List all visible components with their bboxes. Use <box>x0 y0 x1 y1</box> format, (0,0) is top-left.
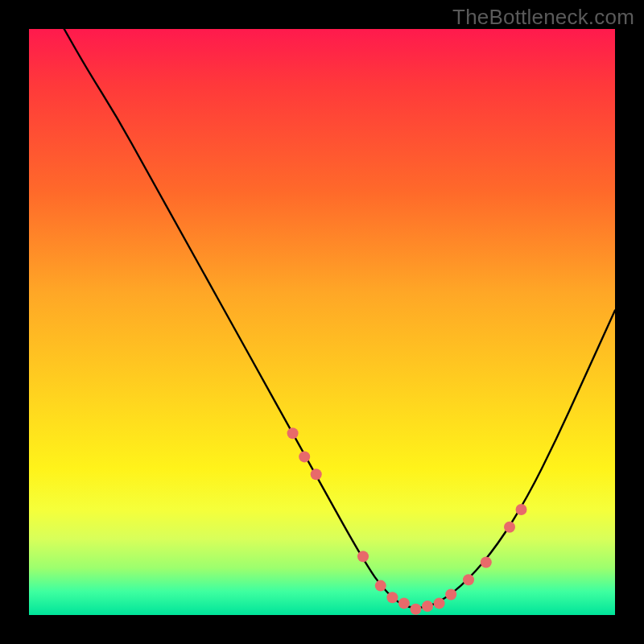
highlight-point <box>357 551 369 562</box>
chart-frame: TheBottleneck.com <box>0 0 644 644</box>
highlight-point <box>287 427 299 439</box>
highlight-point <box>411 604 422 615</box>
highlight-point <box>434 597 445 609</box>
highlight-point <box>481 557 492 568</box>
bottleneck-curve <box>64 29 615 608</box>
attribution-label: TheBottleneck.com <box>452 5 634 30</box>
curve-layer <box>29 29 615 615</box>
highlight-point <box>463 574 474 585</box>
highlight-point <box>398 597 410 609</box>
highlight-point <box>386 592 398 603</box>
marker-group <box>287 427 527 614</box>
plot-area <box>29 29 615 615</box>
highlight-point <box>375 580 386 592</box>
highlight-point <box>504 522 515 533</box>
highlight-point <box>299 451 310 462</box>
highlight-point <box>516 504 527 515</box>
highlight-point <box>311 469 322 480</box>
highlight-point <box>422 601 433 612</box>
highlight-point <box>445 589 456 601</box>
